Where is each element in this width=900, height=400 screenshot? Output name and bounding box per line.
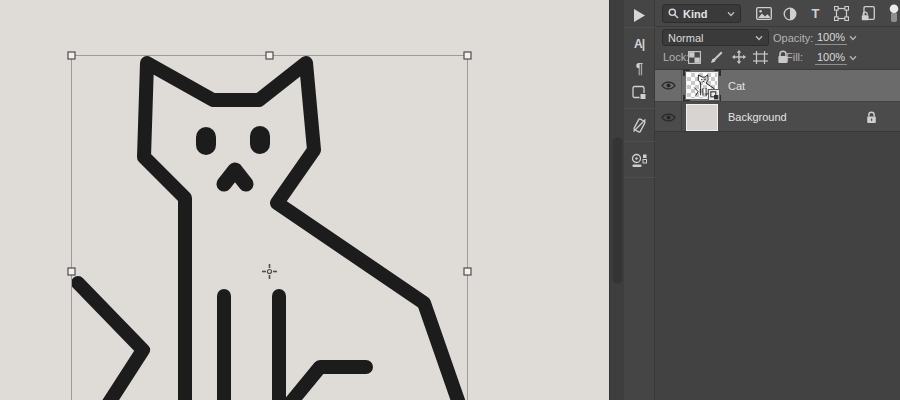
layer-name-cat: Cat xyxy=(728,80,745,92)
checkerboard-icon xyxy=(688,51,701,64)
visibility-toggle-cat[interactable] xyxy=(655,70,682,101)
layer-filter-bar: Kind xyxy=(655,0,900,27)
opacity-label: Opacity: xyxy=(773,32,813,44)
canvas-vertical-scrollbar[interactable] xyxy=(609,0,624,400)
search-icon xyxy=(668,8,679,19)
device-preview-icon xyxy=(631,117,648,134)
thumb-corner xyxy=(714,69,721,76)
chevron-down-icon[interactable] xyxy=(849,55,857,61)
document-canvas[interactable] xyxy=(0,0,609,400)
cat-nose xyxy=(224,170,246,184)
lock-position-button[interactable] xyxy=(731,49,746,65)
timeline-panel-button[interactable] xyxy=(624,147,655,173)
filter-pixel-layers-button[interactable] xyxy=(755,5,772,23)
filter-smart-objects-button[interactable] xyxy=(859,5,876,23)
opacity-value[interactable]: 100% xyxy=(815,31,847,45)
photoshop-window: A| ¶ xyxy=(0,0,900,400)
layer-list: Cat Background xyxy=(655,69,900,132)
layer-locked-icon xyxy=(866,111,877,124)
cat-tail xyxy=(78,283,143,400)
move-arrows-icon xyxy=(732,50,746,64)
filter-shape-layers-button[interactable] xyxy=(833,5,850,23)
handle-top-center[interactable] xyxy=(266,52,273,59)
cat-head-body-outline xyxy=(144,63,462,400)
note-panel-icon xyxy=(632,85,647,100)
eye-icon xyxy=(661,80,676,91)
scrollbar-thumb[interactable] xyxy=(612,137,623,284)
fill-label: Fill: xyxy=(786,51,803,63)
actions-panel-button[interactable] xyxy=(624,3,655,27)
play-icon xyxy=(633,8,646,23)
eye-icon xyxy=(661,112,676,123)
paragraph-panel-icon: ¶ xyxy=(636,60,643,76)
lock-label: Lock: xyxy=(663,51,689,63)
styles-panel-button[interactable] xyxy=(624,80,655,104)
handle-top-right[interactable] xyxy=(464,52,471,59)
smart-object-icon xyxy=(861,6,875,21)
device-preview-panel-button[interactable] xyxy=(624,112,655,138)
lock-pixels-button[interactable] xyxy=(709,49,724,65)
canvas-artwork xyxy=(0,0,609,400)
blend-opacity-bar: Normal Opacity: 100% xyxy=(655,28,900,47)
brush-icon xyxy=(710,51,723,64)
smart-object-badge xyxy=(708,89,720,101)
type-filter-icon: T xyxy=(812,6,820,21)
layer-row-cat[interactable]: Cat xyxy=(655,70,900,101)
kind-dropdown-label: Kind xyxy=(683,8,707,20)
lock-fill-bar: Lock: xyxy=(655,47,900,69)
filter-type-layers-button[interactable]: T xyxy=(807,5,824,23)
blend-mode-value: Normal xyxy=(668,32,703,44)
lock-artboard-nesting-button[interactable] xyxy=(753,49,768,65)
cat-hind-leg xyxy=(283,367,366,400)
chevron-down-icon xyxy=(727,11,735,17)
reference-point[interactable] xyxy=(262,264,277,279)
layers-panel-empty-area xyxy=(655,131,900,400)
filter-adjustment-layers-button[interactable] xyxy=(781,5,798,23)
chevron-down-icon xyxy=(755,35,763,41)
image-icon xyxy=(756,7,772,20)
collapsed-panel-dock: A| ¶ xyxy=(624,0,655,400)
artboard-icon xyxy=(753,51,768,64)
blend-mode-dropdown[interactable]: Normal xyxy=(662,29,769,46)
timeline-knob-icon xyxy=(631,153,648,168)
character-panel-button[interactable]: A| xyxy=(624,32,655,56)
cat-eyes xyxy=(196,126,270,155)
shape-frame-icon xyxy=(834,6,849,21)
fill-value[interactable]: 100% xyxy=(815,51,847,65)
layer-thumbnail-cat[interactable] xyxy=(686,72,718,99)
filter-toggle-icon xyxy=(889,4,899,24)
layer-thumbnail-background[interactable] xyxy=(686,104,718,131)
layer-filtering-toggle[interactable] xyxy=(885,5,900,23)
layers-panel: Kind xyxy=(655,0,900,400)
chevron-down-icon[interactable] xyxy=(849,35,857,41)
cat-drawing xyxy=(78,63,462,400)
adjustment-half-circle-icon xyxy=(783,7,797,21)
layer-filter-kind-dropdown[interactable]: Kind xyxy=(662,4,741,23)
lock-transparency-button[interactable] xyxy=(687,49,702,65)
smart-object-badge-icon xyxy=(710,91,719,100)
layer-row-background[interactable]: Background xyxy=(655,101,900,132)
handle-middle-left[interactable] xyxy=(68,268,75,275)
handle-middle-right[interactable] xyxy=(464,268,471,275)
paragraph-panel-button[interactable]: ¶ xyxy=(624,56,655,80)
layer-name-background: Background xyxy=(728,111,787,123)
character-panel-icon: A| xyxy=(634,37,644,51)
handle-top-left[interactable] xyxy=(68,52,75,59)
visibility-toggle-background[interactable] xyxy=(655,102,682,132)
transform-bounding-box xyxy=(68,52,471,400)
thumb-corner xyxy=(683,69,690,76)
